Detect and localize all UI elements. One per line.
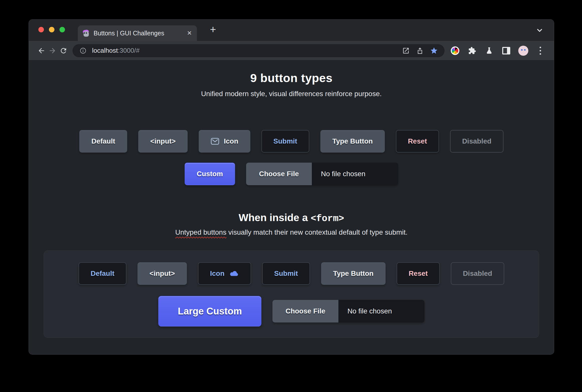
- form-custom-and-file-row: Large Custom Choose File No file chosen: [44, 296, 539, 326]
- button-types-row: Default <input> Icon Submit Type Button …: [29, 130, 554, 153]
- forward-icon[interactable]: [47, 45, 58, 56]
- custom-button[interactable]: Custom: [185, 163, 235, 185]
- form-tag-code: <form>: [311, 213, 344, 224]
- type-button[interactable]: Type Button: [320, 130, 385, 153]
- form-section-note: Untyped buttons visually match their new…: [29, 228, 554, 236]
- form-submit-button[interactable]: Submit: [262, 262, 310, 285]
- form-type-button[interactable]: Type Button: [321, 262, 386, 285]
- form-input-button[interactable]: <input>: [137, 262, 187, 285]
- custom-and-file-row: Custom Choose File No file chosen: [29, 163, 554, 185]
- form-reset-button[interactable]: Reset: [397, 262, 440, 285]
- page-content: 9 button types Unified modern style, vis…: [29, 60, 554, 354]
- tab-strip: Buttons | GUI Challenges ✕ +: [29, 20, 554, 41]
- profile-avatar[interactable]: [518, 46, 528, 56]
- side-panel-icon[interactable]: [501, 46, 511, 56]
- form-section-title: When inside a <form>: [29, 212, 554, 224]
- form-disabled-button: Disabled: [451, 262, 504, 285]
- browser-tab[interactable]: Buttons | GUI Challenges ✕: [78, 25, 197, 41]
- icon-button[interactable]: Icon: [199, 130, 250, 153]
- zoom-window-button[interactable]: [59, 27, 65, 32]
- submit-button[interactable]: Submit: [261, 130, 309, 153]
- colorwheel-extension-icon[interactable]: [450, 46, 460, 56]
- address-bar[interactable]: localhost:3000/#: [72, 44, 445, 57]
- page-subtitle: Unified modern style, visual differences…: [29, 90, 554, 98]
- back-icon[interactable]: [36, 45, 47, 56]
- browser-toolbar: localhost:3000/#: [29, 41, 554, 60]
- cloud-icon: [229, 270, 239, 277]
- form-file-status-text: No file chosen: [338, 300, 424, 322]
- file-input[interactable]: Choose File No file chosen: [246, 163, 398, 185]
- close-window-button[interactable]: [38, 27, 44, 32]
- new-tab-button[interactable]: +: [206, 24, 220, 37]
- reload-icon[interactable]: [58, 45, 69, 56]
- form-icon-button[interactable]: Icon: [198, 262, 251, 285]
- page-title: 9 button types: [29, 71, 554, 85]
- minimize-window-button[interactable]: [49, 27, 54, 32]
- browser-window: Buttons | GUI Challenges ✕ + localhost:3…: [29, 20, 554, 354]
- envelope-icon: [211, 138, 219, 145]
- menu-dots-icon[interactable]: [535, 46, 545, 56]
- share-icon[interactable]: [415, 46, 425, 56]
- reset-button[interactable]: Reset: [396, 130, 439, 153]
- tab-close-icon[interactable]: ✕: [187, 30, 192, 37]
- default-button[interactable]: Default: [79, 130, 127, 153]
- disabled-button: Disabled: [450, 130, 503, 153]
- url-text[interactable]: localhost:3000/#: [92, 47, 139, 54]
- extensions-puzzle-icon[interactable]: [467, 46, 477, 56]
- favicon-skull-icon: [83, 30, 90, 37]
- file-status-text: No file chosen: [312, 163, 398, 185]
- bookmark-star-icon[interactable]: [429, 46, 439, 56]
- form-card: Default <input> Icon Submit Type Button …: [44, 250, 539, 338]
- extensions-area: [450, 46, 547, 56]
- large-custom-button[interactable]: Large Custom: [158, 296, 261, 326]
- form-file-input[interactable]: Choose File No file chosen: [272, 300, 424, 322]
- site-info-icon[interactable]: [78, 46, 88, 56]
- form-default-button[interactable]: Default: [79, 262, 126, 285]
- input-button[interactable]: <input>: [138, 130, 188, 153]
- spellcheck-underlined-text: Untyped buttons: [175, 228, 226, 236]
- open-in-new-icon[interactable]: [401, 46, 411, 56]
- choose-file-button[interactable]: Choose File: [246, 163, 312, 185]
- form-button-types-row: Default <input> Icon Submit Type Button …: [44, 262, 539, 285]
- form-choose-file-button[interactable]: Choose File: [272, 300, 338, 322]
- tab-title: Buttons | GUI Challenges: [94, 30, 183, 37]
- tab-search-chevron-icon[interactable]: [535, 28, 544, 34]
- window-controls: [38, 27, 65, 32]
- experiments-flask-icon[interactable]: [484, 46, 494, 56]
